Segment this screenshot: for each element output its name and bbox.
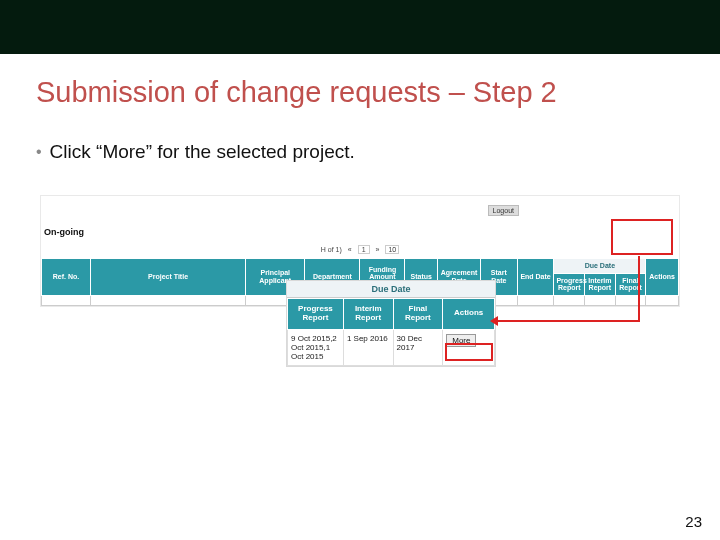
bullet-text: Click “More” for the selected project. [50, 141, 355, 163]
pager: H of 1) « 1 » 10 [41, 243, 679, 258]
more-button[interactable]: More [446, 334, 476, 347]
zoom-cell-actions: More [443, 329, 495, 366]
pager-size[interactable]: 10 [385, 245, 399, 254]
zoom-table: Progress Report Interim Report Final Rep… [287, 298, 495, 366]
ongoing-label: On-going [44, 227, 84, 237]
th-title: Project Title [91, 259, 246, 296]
zoom-cell-prog: 9 Oct 2015,2 Oct 2015,1 Oct 2015 [288, 329, 344, 366]
th-prog: Progress Report [554, 273, 585, 295]
slide-top-bar [0, 0, 720, 54]
th-interim: Interim Report [585, 273, 616, 295]
slide-title: Submission of change requests – Step 2 [0, 54, 720, 109]
screenshot-zoom-due-date: Due Date Progress Report Interim Report … [286, 280, 496, 367]
th-actions: Actions [646, 259, 679, 296]
th-ref: Ref. No. [42, 259, 91, 296]
arrow-head-icon [490, 316, 498, 326]
zoom-due-date-header: Due Date [287, 281, 495, 298]
arrow-line-icon [638, 256, 640, 322]
arrow-line-icon [495, 320, 640, 322]
zoom-th-interim: Interim Report [343, 299, 393, 330]
zoom-th-prog: Progress Report [288, 299, 344, 330]
zoom-cell-final: 30 Dec 2017 [393, 329, 443, 366]
bullet-row: • Click “More” for the selected project. [0, 109, 720, 163]
zoom-th-final: Final Report [393, 299, 443, 330]
zoom-th-actions: Actions [443, 299, 495, 330]
th-due-date: Due Date [554, 259, 646, 274]
zoom-cell-interim: 1 Sep 2016 [343, 329, 393, 366]
th-end: End Date [517, 259, 554, 296]
logout-button[interactable]: Logout [488, 205, 519, 216]
table-row: 9 Oct 2015,2 Oct 2015,1 Oct 2015 1 Sep 2… [288, 329, 495, 366]
th-final: Final Report [615, 273, 646, 295]
pager-page[interactable]: 1 [358, 245, 370, 254]
bullet-dot-icon: • [36, 144, 42, 160]
page-number: 23 [685, 513, 702, 530]
pager-prefix: H of 1) [321, 246, 342, 253]
